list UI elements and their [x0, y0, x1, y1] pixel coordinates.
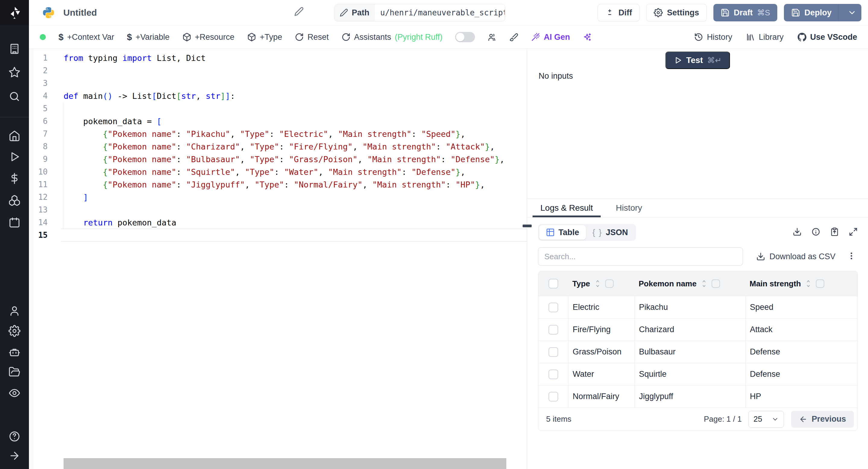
row-checkbox[interactable]	[549, 303, 558, 312]
column-filter-checkbox[interactable]	[605, 279, 614, 288]
tab-history[interactable]: History	[614, 199, 644, 217]
code-lines[interactable]: 1from typing import List, Dict234def mai…	[29, 52, 527, 242]
test-button[interactable]: Test ⌘↵	[665, 52, 730, 69]
column-filter-checkbox[interactable]	[816, 279, 824, 288]
table-cell: HP	[745, 385, 858, 408]
code-line[interactable]: 9 {"Pokemon name": "Bulbasaur", "Type": …	[29, 153, 527, 165]
table-row: Grass/PoisonBulbasaurDefense	[538, 341, 858, 363]
code-line[interactable]: 4def main() -> List[Dict[str, str]]:	[29, 90, 527, 102]
page-size-select[interactable]: 25	[748, 411, 784, 428]
code-editor[interactable]: 1from typing import List, Dict234def mai…	[29, 49, 527, 469]
table-cell: Defense	[745, 341, 858, 363]
settings-button[interactable]: Settings	[646, 4, 707, 22]
assistants-button[interactable]: Assistants (Pyright Ruff)	[341, 33, 443, 42]
code-line[interactable]: 15	[29, 229, 527, 242]
code-line[interactable]: 12 ]	[29, 191, 527, 204]
search-icon[interactable]	[0, 90, 29, 103]
test-shortcut: ⌘↵	[707, 56, 721, 65]
deploy-button[interactable]: Deploy	[784, 4, 861, 22]
magic-wand-icon	[531, 33, 540, 41]
help-circle-icon[interactable]	[0, 430, 29, 443]
sort-icon[interactable]	[594, 280, 601, 287]
path-field[interactable]: Path u/henri/maneuverable_script	[335, 4, 505, 22]
view-toggle-table[interactable]: Table	[539, 225, 586, 240]
home-icon[interactable]	[0, 129, 29, 142]
clipboard-copy-icon[interactable]	[830, 227, 839, 238]
column-label: Type	[572, 279, 590, 288]
code-line[interactable]: 11 {"Pokemon name": "Jigglypuff", "Type"…	[29, 178, 527, 191]
table-row: Fire/FlyingCharizardAttack	[538, 318, 858, 341]
code-line-content: {"Pokemon name": "Charizard", "Type": "F…	[64, 142, 495, 151]
edit-summary-pencil-icon[interactable]	[294, 7, 304, 18]
add-resource-button[interactable]: +Resource	[182, 33, 235, 42]
boxes-icon[interactable]	[0, 194, 29, 207]
calendar-icon[interactable]	[0, 216, 29, 229]
expand-icon[interactable]	[849, 227, 858, 238]
column-filter-checkbox[interactable]	[712, 279, 720, 288]
sort-icon[interactable]	[805, 280, 812, 287]
download-csv-button[interactable]: Download as CSV	[756, 252, 835, 261]
bot-icon[interactable]	[0, 345, 29, 358]
row-checkbox[interactable]	[549, 325, 558, 335]
building-icon[interactable]	[0, 42, 29, 56]
code-line[interactable]: 7 {"Pokemon name": "Pikachu", "Type": "E…	[29, 127, 527, 140]
user-icon[interactable]	[0, 304, 29, 317]
dollar-icon[interactable]	[0, 172, 29, 185]
view-toggle-json[interactable]: { } JSON	[586, 225, 635, 240]
code-line[interactable]: 2	[29, 64, 527, 77]
ai-gen-button[interactable]: AI Gen	[531, 33, 570, 42]
reset-button[interactable]: Reset	[295, 33, 329, 42]
sort-icon[interactable]	[701, 280, 707, 287]
library-button[interactable]: Library	[746, 33, 784, 42]
kebab-menu-icon[interactable]	[847, 251, 856, 262]
select-all-checkbox[interactable]	[549, 279, 558, 288]
code-line[interactable]: 1from typing import List, Dict	[29, 52, 527, 64]
code-line[interactable]: 10 {"Pokemon name": "Squirtle", "Type": …	[29, 165, 527, 178]
previous-page-button[interactable]: Previous	[791, 411, 854, 428]
draft-button[interactable]: Draft ⌘S	[713, 4, 777, 22]
line-number: 11	[29, 180, 48, 189]
history-button[interactable]: History	[694, 33, 732, 42]
row-checkbox[interactable]	[549, 370, 558, 379]
path-value[interactable]: u/henri/maneuverable_script	[375, 4, 505, 21]
code-line[interactable]: 8 {"Pokemon name": "Charizard", "Type": …	[29, 140, 527, 153]
play-icon[interactable]	[0, 150, 29, 163]
row-checkbox[interactable]	[549, 392, 558, 402]
deploy-dropdown-button[interactable]	[843, 8, 861, 17]
right-pane: Test ⌘↵ No inputs Logs & Result History …	[527, 49, 868, 469]
folder-open-icon[interactable]	[0, 365, 29, 379]
add-context-var-button[interactable]: $+Context Var	[59, 32, 114, 42]
format-code-button[interactable]	[509, 33, 518, 41]
multiplayer-button[interactable]	[488, 33, 497, 41]
code-line[interactable]: 5	[29, 102, 527, 115]
code-line[interactable]: 3	[29, 77, 527, 90]
add-variable-button[interactable]: $+Variable	[127, 32, 170, 42]
save-icon	[721, 8, 730, 17]
pane-divider-handle[interactable]	[523, 224, 532, 227]
dollar-icon: $	[59, 32, 64, 42]
code-line[interactable]: 14 return pokemon_data	[29, 216, 527, 229]
windmill-logo-icon[interactable]	[0, 0, 29, 25]
add-type-button[interactable]: +Type	[247, 33, 282, 42]
star-icon[interactable]	[0, 66, 29, 79]
download-icon[interactable]	[793, 227, 802, 238]
gear-icon[interactable]	[0, 324, 29, 338]
pencil-icon	[340, 8, 348, 17]
code-line[interactable]: 13	[29, 204, 527, 216]
eye-icon[interactable]	[0, 386, 29, 400]
search-input[interactable]	[538, 247, 743, 265]
horizontal-scrollbar[interactable]	[64, 458, 506, 469]
result-table: TypePokemon nameMain strength ElectricPi…	[538, 271, 858, 431]
top-bar: Untitled Path u/henri/maneuverable_scrip…	[29, 0, 868, 25]
sparkles-icon-button[interactable]	[583, 33, 592, 41]
code-line[interactable]: 6 pokemon_data = [	[29, 115, 527, 127]
assistants-toggle[interactable]	[455, 32, 475, 42]
use-vscode-button[interactable]: Use VScode	[798, 33, 857, 42]
info-icon[interactable]	[811, 227, 820, 238]
row-checkbox[interactable]	[549, 347, 558, 357]
table-cell: Grass/Poison	[568, 341, 634, 363]
table-header-cell: Pokemon name	[634, 271, 745, 296]
diff-button[interactable]: Diff	[598, 4, 640, 22]
tab-logs-result[interactable]: Logs & Result	[538, 199, 595, 217]
arrow-right-icon[interactable]	[0, 449, 29, 462]
